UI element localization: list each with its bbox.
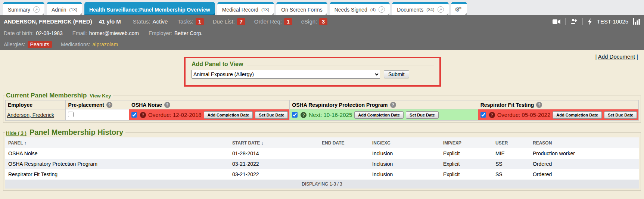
col-label: OSHA Noise [131, 102, 162, 108]
tab-health-surveillance-panel-membership-overview[interactable]: Health Surveillance:Panel Membership Ove… [84, 2, 215, 15]
email-value: horner@mieweb.com [89, 30, 139, 36]
tab-label: Documents [397, 7, 423, 13]
osha-rpp-checkbox[interactable] [292, 112, 298, 118]
set-due-date-button[interactable]: Set Due Date [255, 111, 288, 119]
col-employee: Employee [6, 100, 66, 109]
chart-id[interactable]: TEST-10025 [597, 18, 628, 25]
help-icon[interactable]: ? [106, 102, 112, 108]
red-annotation-box: Add Panel to View Animal Exposure (Aller… [184, 57, 441, 87]
patient-age-sex: 41 y/o M [99, 18, 121, 25]
sort-reason[interactable]: REASON [530, 137, 639, 148]
help-icon[interactable]: ? [301, 112, 307, 118]
add-person-icon[interactable] [570, 19, 578, 24]
set-due-date-button[interactable]: Set Due Date [604, 111, 637, 119]
history-row[interactable]: OSHA Noise 01-28-2014 Inclusion Explicit… [5, 148, 639, 159]
medication-value[interactable]: alprazolam [93, 41, 118, 47]
help-icon[interactable]: ? [140, 112, 146, 118]
pipe-separator: | [595, 53, 597, 60]
popout-arrow-glyph: ↗ [380, 7, 383, 12]
col-osha-noise: OSHA Noise ? [129, 100, 290, 109]
status-label: Status: [133, 18, 150, 25]
help-icon[interactable]: ? [164, 102, 170, 108]
popout-icon[interactable]: ↗ [33, 6, 40, 13]
inc-exc-cell: Inclusion [369, 169, 440, 180]
tab-count: (34) [426, 7, 434, 12]
quick-actions-bolt-icon[interactable] [588, 18, 592, 25]
add-completion-date-button[interactable]: Add Completion Date [553, 111, 602, 119]
hide-link[interactable]: Hide ( 3 ) [6, 130, 27, 136]
patient-name: ANDERSON, FREDERICK (FRED) [4, 18, 92, 25]
fit-testing-checkbox[interactable] [480, 112, 486, 118]
add-panel-header: Add Panel to View [192, 61, 434, 68]
help-icon[interactable]: ? [536, 102, 542, 108]
user-cell: SS [492, 159, 530, 169]
employer-value: Better Corp. [174, 30, 202, 36]
tab-admin[interactable]: Admin (13) [47, 2, 82, 15]
due-list-label: Due List: [213, 18, 235, 25]
video-camera-icon[interactable] [553, 19, 560, 24]
status-value: Active [153, 18, 168, 25]
employee-link[interactable]: Anderson, Frederick [7, 112, 54, 118]
panel-cell: Respirator Fit Testing [5, 169, 229, 180]
add-document-link[interactable]: Add Document [598, 53, 635, 60]
sort-user[interactable]: USER [492, 137, 530, 148]
tasks-count-badge[interactable]: 1 [196, 18, 204, 25]
osha-noise-checkbox[interactable] [131, 112, 137, 118]
sort-panel[interactable]: PANEL↑ [5, 137, 229, 148]
gear-icon: ⚙⚙ [455, 6, 463, 13]
tab-label: On Screen Forms [281, 7, 322, 13]
popout-arrow-glyph: ↗ [35, 7, 38, 12]
add-completion-date-button[interactable]: Add Completion Date [204, 111, 253, 119]
sort-end-date[interactable]: END DATE [319, 137, 369, 148]
start-date-cell: 03-21-2022 [229, 159, 319, 169]
help-icon[interactable]: ? [390, 102, 396, 108]
sort-asc-icon: ↑ [24, 140, 27, 146]
panel-select[interactable]: Animal Exposure (Allergy) [192, 70, 380, 79]
allergy-badge[interactable]: Peanuts [28, 41, 52, 48]
col-preplacement: Pre-placement ? [66, 100, 129, 109]
sort-start-date[interactable]: START DATE↓ [229, 137, 319, 148]
membership-header-row: Employee Pre-placement ? OSHA Noise ? OS… [6, 100, 639, 109]
history-row[interactable]: Respirator Fit Testing 03-21-2022 Inclus… [5, 169, 639, 180]
tab-label: Needs Signed [335, 7, 367, 13]
tab-count: (13) [261, 7, 269, 12]
tab-documents[interactable]: Documents (34) ↗ [392, 2, 448, 15]
tab-needs-signed[interactable]: Needs Signed (4) ↗ [330, 2, 390, 15]
add-completion-date-button[interactable]: Add Completion Date [354, 111, 404, 119]
tab-label: Admin [52, 7, 66, 13]
employer-label: Employer: [149, 30, 172, 36]
tab-settings[interactable]: ⚙⚙ [451, 2, 467, 15]
reason-cell: Production worker [530, 148, 639, 159]
tab-count: (13) [69, 7, 77, 12]
sort-imp-exp[interactable]: IMP/EXP [440, 137, 492, 148]
popout-icon[interactable]: ↗ [438, 6, 444, 13]
esign-count-badge[interactable]: 3 [319, 18, 327, 25]
flowsheet-chart-icon[interactable] [633, 18, 640, 25]
submit-button[interactable]: Submit [384, 70, 409, 78]
patient-header-actions: TEST-10025 [553, 18, 640, 25]
sort-inc-exc[interactable]: INC/EXC [369, 137, 440, 148]
preplacement-checkbox[interactable] [68, 112, 74, 117]
end-date-cell [319, 159, 369, 169]
due-list-count-badge[interactable]: 7 [237, 18, 245, 25]
col-osha-respiratory-protection-program: OSHA Respiratory Protection Program ? [290, 100, 478, 109]
add-panel-legend: Add Panel to View [192, 61, 243, 68]
help-icon[interactable]: ? [489, 112, 495, 118]
start-date-cell: 03-21-2022 [229, 169, 319, 180]
tab-on-screen-forms[interactable]: On Screen Forms [276, 2, 327, 15]
tab-bar: Summary ↗ Admin (13) Health Surveillance… [0, 0, 644, 15]
imp-exp-cell: Explicit [440, 159, 492, 169]
history-row[interactable]: OSHA Respiratory Protection Program 03-2… [5, 159, 639, 169]
tab-summary[interactable]: Summary ↗ [3, 2, 44, 15]
osha-noise-status-label: Overdue: 12-02-2018 [148, 112, 202, 118]
order-req-count-badge[interactable]: 1 [284, 18, 292, 25]
patient-clinical-row: Allergies: Peanuts Medications: alprazol… [4, 39, 640, 50]
tab-medical-record[interactable]: Medical Record (13) [217, 2, 274, 15]
view-key-link[interactable]: View Key [90, 93, 111, 99]
osha-rpp-status-label: Next: 10-16-2025 [309, 112, 352, 118]
patient-demographics-row: Date of birth: 02-08-1983 Email: horner@… [4, 28, 640, 39]
set-due-date-button[interactable]: Set Due Date [406, 111, 439, 119]
fit-testing-status-cell: ? Overdue: 05-05-2022 Add Completion Dat… [478, 109, 638, 121]
sort-desc-icon: ↓ [261, 140, 264, 146]
popout-icon[interactable]: ↗ [379, 6, 385, 13]
